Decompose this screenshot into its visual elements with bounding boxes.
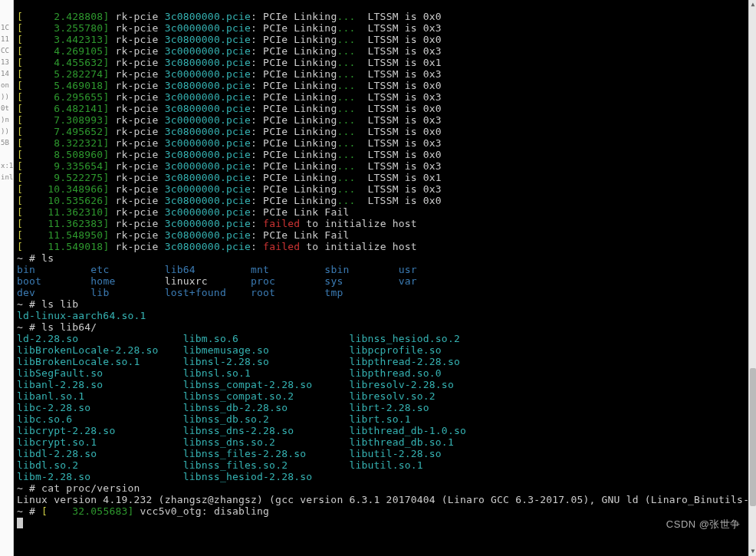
scroll-up-arrow[interactable]: ▲ bbox=[749, 0, 756, 9]
terminal-output[interactable]: [ 2.428808] rk-pcie 3c0800000.pcie: PCIe… bbox=[14, 0, 748, 556]
watermark-text: CSDN @张世争 bbox=[666, 518, 741, 531]
vertical-scrollbar[interactable]: ▲ ▼ bbox=[748, 0, 756, 556]
scroll-thumb[interactable] bbox=[750, 368, 756, 506]
editor-gutter: 1C11CC1314on))0t)n))5Bx:1inl bbox=[0, 0, 14, 556]
scroll-down-arrow[interactable]: ▼ bbox=[749, 547, 756, 556]
